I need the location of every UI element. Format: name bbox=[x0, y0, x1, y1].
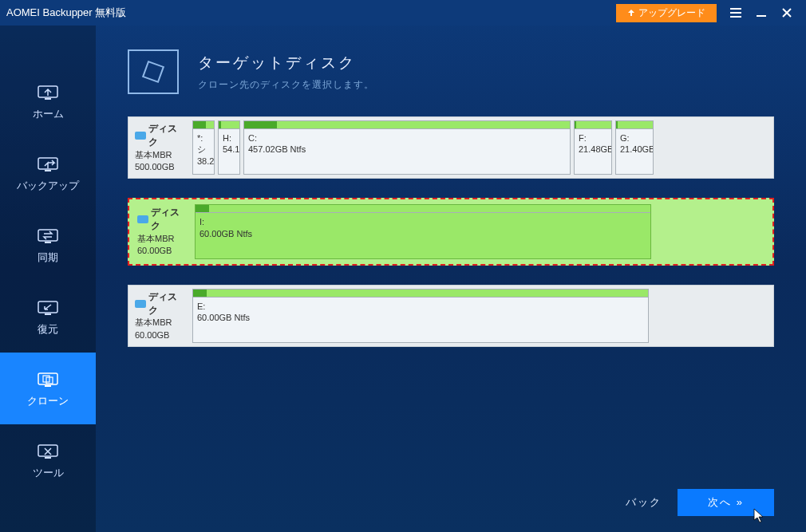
disk-type: 基本MBR bbox=[135, 149, 186, 161]
upgrade-label: アップグレード bbox=[638, 6, 705, 20]
disk-size: 60.00GB bbox=[137, 245, 188, 257]
partition[interactable]: F:21.48GB bbox=[574, 120, 612, 175]
disk-type: 基本MBR bbox=[137, 233, 188, 245]
page-title: ターゲットディスク bbox=[198, 53, 374, 73]
partition[interactable]: H:54.1 bbox=[218, 120, 240, 175]
svg-rect-3 bbox=[757, 15, 766, 17]
svg-rect-5 bbox=[45, 98, 51, 100]
partition-usage-bar bbox=[193, 121, 214, 129]
svg-rect-15 bbox=[45, 385, 51, 387]
sidebar-item-label: クローン bbox=[27, 394, 69, 408]
menu-icon bbox=[730, 8, 741, 18]
svg-rect-12 bbox=[38, 373, 57, 384]
partition[interactable]: C:457.02GB Ntfs bbox=[243, 120, 571, 175]
body: ホーム バックアップ 同期 復元 クローン ツール bbox=[0, 26, 806, 532]
partition-size: 60.00GB Ntfs bbox=[197, 312, 644, 323]
sidebar-item-label: ツール bbox=[33, 466, 64, 480]
partition-drive: I: bbox=[200, 216, 646, 227]
back-button[interactable]: バック bbox=[626, 495, 662, 510]
partitions: E:60.00GB Ntfs bbox=[192, 289, 770, 343]
next-button[interactable]: 次へ » bbox=[678, 489, 774, 516]
partition-text: *: シ38.2 bbox=[193, 129, 214, 174]
svg-rect-18 bbox=[143, 61, 164, 82]
svg-rect-8 bbox=[38, 230, 57, 241]
partition[interactable]: *: シ38.2 bbox=[192, 120, 215, 175]
partition-drive: E: bbox=[197, 301, 644, 312]
svg-rect-17 bbox=[45, 457, 51, 459]
partition[interactable]: E:60.00GB Ntfs bbox=[192, 289, 649, 343]
disk-row[interactable]: ディスク基本MBR60.00GBI:60.00GB Ntfs bbox=[128, 198, 774, 265]
disk-row[interactable]: ディスク基本MBR500.00GB*: シ38.2H:54.1C:457.02G… bbox=[128, 116, 774, 179]
disk-label: ディスク bbox=[151, 206, 188, 233]
disk-icon bbox=[137, 215, 148, 223]
partition-usage-bar bbox=[193, 290, 648, 298]
sidebar-item-backup[interactable]: バックアップ bbox=[0, 137, 96, 209]
disk-row[interactable]: ディスク基本MBR60.00GBE:60.00GB Ntfs bbox=[128, 285, 774, 347]
disk-info: ディスク基本MBR500.00GB bbox=[132, 120, 189, 175]
sidebar: ホーム バックアップ 同期 復元 クローン ツール bbox=[0, 26, 96, 532]
partitions: I:60.00GB Ntfs bbox=[195, 204, 768, 258]
backup-icon bbox=[37, 153, 59, 172]
partition-usage-bar bbox=[244, 121, 570, 129]
minimize-icon bbox=[757, 8, 766, 18]
partition-size: 21.40GB bbox=[620, 144, 649, 155]
partition-usage-bar bbox=[616, 121, 653, 129]
sidebar-item-label: 同期 bbox=[38, 250, 58, 265]
sidebar-item-sync[interactable]: 同期 bbox=[0, 209, 96, 281]
titlebar: AOMEI Backupper 無料版 アップグレード bbox=[0, 0, 806, 26]
header-text: ターゲットディスク クローン先のディスクを選択します。 bbox=[198, 53, 374, 92]
disk-label: ディスク bbox=[148, 290, 186, 317]
upgrade-icon bbox=[627, 9, 635, 17]
svg-rect-9 bbox=[45, 242, 51, 243]
partition-size: 457.02GB Ntfs bbox=[248, 144, 566, 155]
close-icon bbox=[782, 8, 792, 18]
page-header: ターゲットディスク クローン先のディスクを選択します。 bbox=[128, 49, 774, 94]
sidebar-item-tools[interactable]: ツール bbox=[0, 424, 96, 496]
main-panel: ターゲットディスク クローン先のディスクを選択します。 ディスク基本MBR500… bbox=[96, 26, 806, 532]
disk-icon bbox=[135, 132, 146, 140]
partition-size: 60.00GB Ntfs bbox=[200, 228, 646, 239]
upgrade-button[interactable]: アップグレード bbox=[616, 4, 717, 22]
sidebar-item-label: バックアップ bbox=[17, 179, 79, 193]
partition-size: 54.1 bbox=[223, 144, 235, 155]
restore-icon bbox=[37, 297, 59, 316]
home-icon bbox=[37, 81, 59, 100]
partition-usage-bar bbox=[575, 121, 611, 129]
disk-size: 500.00GB bbox=[135, 161, 186, 173]
sidebar-item-home[interactable]: ホーム bbox=[0, 65, 96, 137]
partition-size: 21.48GB bbox=[579, 144, 607, 155]
svg-rect-2 bbox=[730, 16, 741, 18]
sidebar-item-restore[interactable]: 復元 bbox=[0, 281, 96, 353]
partition-text: C:457.02GB Ntfs bbox=[244, 129, 570, 174]
partitions: *: シ38.2H:54.1C:457.02GB NtfsF:21.48GBG:… bbox=[192, 120, 770, 175]
partition-text: I:60.00GB Ntfs bbox=[196, 213, 650, 258]
svg-rect-1 bbox=[730, 12, 741, 14]
app-window: AOMEI Backupper 無料版 アップグレード ホーム バックアップ bbox=[0, 0, 806, 532]
minimize-button[interactable] bbox=[749, 3, 774, 22]
sync-icon bbox=[37, 225, 59, 244]
close-button[interactable] bbox=[774, 3, 800, 22]
partition-drive: H: bbox=[223, 132, 235, 144]
page-subtitle: クローン先のディスクを選択します。 bbox=[198, 78, 374, 92]
svg-rect-0 bbox=[730, 8, 741, 10]
sidebar-item-clone[interactable]: クローン bbox=[0, 353, 96, 424]
disk-info: ディスク基本MBR60.00GB bbox=[132, 289, 189, 343]
svg-rect-11 bbox=[45, 313, 51, 315]
disk-type: 基本MBR bbox=[135, 317, 186, 329]
partition-usage-bar bbox=[196, 205, 650, 213]
sidebar-item-label: 復元 bbox=[38, 322, 58, 337]
sidebar-item-label: ホーム bbox=[33, 107, 64, 121]
partition-text: E:60.00GB Ntfs bbox=[193, 298, 648, 342]
disk-label: ディスク bbox=[148, 122, 186, 149]
partition-text: H:54.1 bbox=[219, 129, 239, 174]
partition-drive: G: bbox=[620, 132, 649, 144]
menu-button[interactable] bbox=[723, 3, 749, 22]
clone-icon bbox=[37, 368, 59, 388]
tools-icon bbox=[37, 440, 59, 459]
disk-list: ディスク基本MBR500.00GB*: シ38.2H:54.1C:457.02G… bbox=[128, 116, 774, 347]
svg-rect-7 bbox=[45, 170, 51, 171]
partition-drive: *: シ bbox=[197, 132, 210, 156]
footer: バック 次へ » bbox=[626, 489, 774, 516]
partition[interactable]: G:21.40GB bbox=[615, 120, 654, 175]
partition[interactable]: I:60.00GB Ntfs bbox=[195, 204, 651, 258]
